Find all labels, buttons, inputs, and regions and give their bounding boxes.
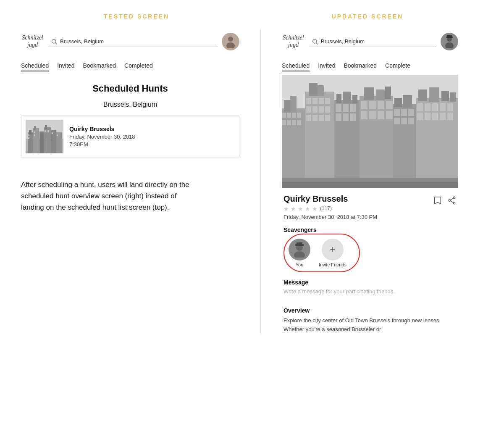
svg-point-111 <box>294 251 305 258</box>
svg-rect-64 <box>336 113 341 121</box>
svg-rect-77 <box>378 111 384 119</box>
svg-rect-50 <box>312 106 318 113</box>
invite-friends[interactable]: + Invite Friends <box>319 239 346 267</box>
invite-label: Invite Friends <box>319 262 346 267</box>
svg-rect-70 <box>385 87 391 99</box>
svg-rect-89 <box>418 89 427 101</box>
svg-rect-80 <box>394 98 402 107</box>
left-section-title: TESTED SCREEN <box>104 13 169 20</box>
svg-rect-21 <box>52 132 53 134</box>
svg-rect-95 <box>432 103 438 111</box>
svg-rect-60 <box>352 95 357 103</box>
star-1: ★ <box>284 205 289 211</box>
svg-point-26 <box>445 42 454 48</box>
main-content: Schnitzel jagd Brussels, Belgium <box>21 29 483 334</box>
hunt-card-info: Quirky Brussels Friday, November 30, 201… <box>69 126 135 147</box>
svg-rect-71 <box>361 101 368 109</box>
svg-point-3 <box>226 42 235 48</box>
message-section: Message Write a message for your partici… <box>284 279 457 295</box>
share-icon[interactable] <box>447 196 457 205</box>
svg-rect-92 <box>450 92 456 102</box>
svg-rect-84 <box>408 109 414 116</box>
svg-rect-104 <box>282 182 458 188</box>
svg-rect-90 <box>429 87 439 102</box>
scavengers-section: Scavengers <box>284 226 457 272</box>
search-icon <box>51 38 58 45</box>
svg-rect-10 <box>39 132 44 153</box>
svg-rect-52 <box>325 106 330 113</box>
bookmark-icon[interactable] <box>433 196 442 205</box>
svg-rect-88 <box>416 98 458 188</box>
svg-rect-42 <box>305 92 334 188</box>
svg-rect-61 <box>336 104 341 112</box>
svg-rect-7 <box>29 130 32 134</box>
left-search-bar[interactable]: Brussels, Belgium <box>48 37 218 47</box>
svg-rect-57 <box>334 100 360 188</box>
hunt-card-thumbnail <box>26 120 63 153</box>
right-panel: Schnitzel jagd Brussels, Belgium <box>282 29 458 334</box>
svg-rect-22 <box>57 134 58 136</box>
svg-rect-101 <box>440 113 446 120</box>
svg-rect-87 <box>408 118 414 124</box>
svg-rect-19 <box>45 130 46 132</box>
svg-rect-9 <box>34 126 36 130</box>
svg-rect-73 <box>378 101 384 109</box>
left-tab-bookmarked[interactable]: Bookmarked <box>83 62 116 71</box>
left-search-value: Brussels, Belgium <box>60 38 104 45</box>
left-nav-tabs: Scheduled Invited Bookmarked Completed <box>21 59 239 75</box>
svg-rect-43 <box>309 83 318 96</box>
hunt-card-time: 7:30PM <box>69 141 135 147</box>
svg-point-0 <box>52 39 56 43</box>
hunt-card-date: Friday, November 30, 2018 <box>69 134 135 140</box>
svg-rect-93 <box>417 103 423 111</box>
hunt-card[interactable]: Quirky Brussels Friday, November 30, 201… <box>21 115 239 158</box>
svg-rect-97 <box>447 103 453 111</box>
left-tab-completed[interactable]: Completed <box>124 62 153 71</box>
scavengers-label: Scavengers <box>284 226 317 233</box>
svg-rect-33 <box>290 96 297 113</box>
svg-rect-67 <box>360 96 393 188</box>
description-text: After scheduling a hunt, users will land… <box>21 179 197 213</box>
left-panel: Schnitzel jagd Brussels, Belgium <box>21 29 239 334</box>
left-tab-invited[interactable]: Invited <box>57 62 74 71</box>
svg-rect-59 <box>343 92 351 103</box>
overview-section: Overview Explore the city center of Old … <box>284 307 457 334</box>
review-count: (117) <box>320 205 332 211</box>
message-placeholder: Write a message for your participating f… <box>284 288 457 295</box>
svg-line-108 <box>451 198 453 200</box>
svg-rect-83 <box>401 109 407 116</box>
svg-rect-15 <box>28 134 29 136</box>
svg-rect-76 <box>369 111 376 119</box>
svg-rect-54 <box>312 115 318 121</box>
svg-rect-39 <box>287 120 291 125</box>
invite-circle[interactable]: + <box>322 239 344 260</box>
svg-rect-18 <box>34 134 35 136</box>
star-5: ★ <box>312 205 318 211</box>
svg-rect-48 <box>325 98 330 104</box>
detail-date: Friday, November 30, 2018 at 7:30 PM <box>284 214 457 220</box>
right-nav-tabs: Scheduled Invited Bookmarked Complete <box>282 59 458 75</box>
right-tab-invited[interactable]: Invited <box>318 62 335 71</box>
overview-label: Overview <box>284 307 457 314</box>
detail-hunt-name: Quirky Brussels <box>284 194 348 204</box>
svg-rect-45 <box>306 98 311 104</box>
left-tab-scheduled[interactable]: Scheduled <box>21 62 49 71</box>
svg-rect-100 <box>432 113 438 120</box>
right-user-avatar[interactable] <box>441 33 458 50</box>
right-search-bar[interactable]: Brussels, Belgium <box>309 37 436 47</box>
svg-rect-91 <box>441 91 449 101</box>
right-tab-bookmarked[interactable]: Bookmarked <box>344 62 377 71</box>
svg-rect-47 <box>319 98 324 104</box>
svg-rect-102 <box>447 113 453 120</box>
left-logo: Schnitzel jagd <box>21 34 44 49</box>
right-tab-scheduled[interactable]: Scheduled <box>282 62 310 71</box>
svg-point-107 <box>453 202 455 204</box>
svg-rect-37 <box>297 113 301 118</box>
right-tab-complete[interactable]: Complete <box>385 62 410 71</box>
svg-rect-96 <box>440 103 446 111</box>
svg-rect-79 <box>393 104 416 188</box>
svg-rect-46 <box>312 98 318 104</box>
left-user-avatar[interactable] <box>222 33 239 50</box>
overview-text: Explore the city center of Old Town Brus… <box>284 316 457 334</box>
svg-rect-38 <box>282 120 286 125</box>
